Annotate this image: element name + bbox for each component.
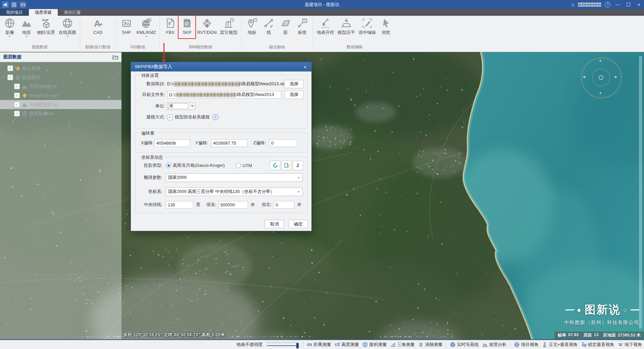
- dialog-title-bar[interactable]: SKP/FBX数据导入 ×: [131, 62, 311, 71]
- minimize-button[interactable]: —: [614, 1, 621, 8]
- coord-system-select[interactable]: 国家2000 高斯三度分带 中央经线135（坐标不含分带）: [166, 188, 303, 196]
- layer-label[interactable]: 标注标绘: [22, 65, 41, 71]
- ribbon-button-SKP[interactable]: SKP: [179, 16, 195, 38]
- modeling-help-icon[interactable]: ?: [212, 114, 218, 120]
- compass-navigation-control[interactable]: ▲ ▼ ◀ ▶: [581, 57, 622, 98]
- ribbon-button-线[interactable]: 线: [260, 16, 277, 38]
- ok-button[interactable]: 确定: [289, 220, 308, 228]
- layer-tree-item-天地图地形.lrc[interactable]: ✓天地图地形.lrc: [0, 100, 121, 109]
- ribbon-button-CAD[interactable]: ACAD: [90, 16, 106, 38]
- bottom-button-地下视角[interactable]: 地下视角: [618, 342, 642, 348]
- unit-select[interactable]: 米: [167, 102, 195, 110]
- y-offset-input[interactable]: 4026087.75: [211, 139, 247, 147]
- layer-label[interactable]: 星图影像.lra: [29, 111, 54, 117]
- maximize-button[interactable]: [625, 1, 632, 8]
- open-folder-button[interactable]: [19, 1, 26, 8]
- map-zoom-slider[interactable]: [639, 56, 642, 329]
- ribbon-button-模型压平[interactable]: 模型压平: [336, 16, 357, 38]
- cancel-button[interactable]: 取消: [265, 220, 284, 228]
- bottom-button-坡度分析[interactable]: 坡度分析: [482, 342, 506, 348]
- x-offset-input[interactable]: 40548608: [154, 139, 190, 147]
- bottom-button-实时等高线[interactable]: 实时等高线: [450, 342, 479, 348]
- ribbon-button-RVT/DGN[interactable]: RVT/DGN: [195, 16, 218, 38]
- chevron-down-icon[interactable]: [145, 36, 148, 37]
- layer-tree-item-不挖洞地形.tif[interactable]: ✓不挖洞地形.tif: [0, 82, 121, 91]
- bottom-button-距离测量[interactable]: 距离测量: [307, 342, 331, 348]
- false-east-input[interactable]: 500000: [218, 201, 248, 209]
- crs-import-file-button[interactable]: [281, 161, 292, 170]
- chevron-down-icon[interactable]: [25, 36, 28, 37]
- compass-center-knob[interactable]: [599, 75, 603, 80]
- save-button[interactable]: [11, 1, 17, 8]
- layer-visibility-checkbox[interactable]: ✓: [7, 65, 13, 71]
- modeling-mode-option[interactable]: 模型按坐标系建模: [175, 114, 210, 120]
- bottom-button-高度测量[interactable]: 高度测量: [335, 342, 359, 348]
- gem-icon[interactable]: ◇: [572, 2, 575, 7]
- crs-search-button[interactable]: E: [270, 161, 280, 170]
- ribbon-button-倾斜/实景[interactable]: 倾斜/实景: [35, 16, 57, 38]
- dialog-close-button[interactable]: ×: [302, 64, 308, 70]
- layer-label[interactable]: 不挖洞地形.tif: [29, 84, 57, 90]
- ribbon-button-FBX[interactable]: FBX: [162, 16, 179, 38]
- layer-label[interactable]: New2014.json: [29, 93, 58, 98]
- gauss-kruger-radio[interactable]: [166, 163, 171, 168]
- gauss-kruger-label[interactable]: 高斯克吕格(Gauss-Kruger): [173, 162, 225, 168]
- ribbon-button-地表开挖[interactable]: 地表开挖: [315, 16, 336, 38]
- folder-icon[interactable]: [112, 55, 118, 60]
- chevron-down-icon[interactable]: [66, 36, 69, 37]
- ribbon-button-在线底图[interactable]: 在线底图: [57, 16, 78, 38]
- surface-opacity-slider[interactable]: [267, 341, 299, 348]
- tree-expander-icon[interactable]: ▾: [2, 75, 6, 79]
- central-meridian-input[interactable]: 135: [166, 201, 193, 209]
- ribbon-button-SHP[interactable]: SHP: [118, 16, 135, 38]
- ribbon-button-地形[interactable]: 地形: [18, 16, 35, 38]
- slider-handle[interactable]: [296, 343, 299, 348]
- bottom-button-面积测量[interactable]: 面积测量: [362, 342, 387, 348]
- utm-radio[interactable]: [236, 163, 241, 168]
- tab-presentation[interactable]: 演示汇报: [58, 9, 87, 16]
- map-viewport[interactable]: ▲ ▼ ◀ ▶ 图层数据 ✓标注标绘▾✓数据图层✓不挖洞地形.tif✓New20…: [0, 52, 644, 340]
- layer-visibility-checkbox[interactable]: ✓: [7, 74, 13, 80]
- modeling-mode-checkbox[interactable]: ✓: [167, 114, 173, 120]
- layer-visibility-checkbox[interactable]: ✓: [14, 93, 20, 98]
- crs-adjust-button[interactable]: [293, 161, 303, 170]
- user-name-censored[interactable]: [578, 2, 601, 7]
- bottom-button-锁定垂直视角[interactable]: 锁定垂直视角: [581, 342, 614, 348]
- pan-left-icon[interactable]: ◀: [583, 75, 585, 79]
- tab-my-projects[interactable]: 我的项目: [0, 9, 29, 16]
- layer-visibility-checkbox[interactable]: ✓: [14, 111, 20, 116]
- bottom-button-三角测量[interactable]: 三角测量: [390, 342, 414, 348]
- tab-scene-building[interactable]: 场景搭建: [29, 9, 58, 16]
- layer-tree-item-标注标绘[interactable]: ✓标注标绘: [0, 64, 121, 73]
- bottom-button-正北+垂直视角[interactable]: 正北+垂直视角: [542, 342, 578, 348]
- layer-label[interactable]: 数据图层: [22, 74, 41, 81]
- browse-data-path-button[interactable]: 选择: [284, 80, 304, 88]
- ribbon-button-选中编辑[interactable]: 选中编辑: [357, 16, 378, 38]
- pan-up-icon[interactable]: ▲: [599, 59, 602, 62]
- ribbon-button-影像[interactable]: 影像: [1, 16, 18, 38]
- ribbon-button-地标[interactable]: T地标: [244, 16, 260, 38]
- layer-visibility-checkbox[interactable]: ✓: [14, 84, 20, 89]
- bottom-button-清除测量[interactable]: 清除测量: [418, 342, 442, 348]
- false-north-input[interactable]: 0: [274, 201, 294, 209]
- layer-tree-item-New2014.json[interactable]: ✓New2014.json: [0, 91, 121, 100]
- layer-tree-item-数据图层[interactable]: ▾✓数据图层: [0, 73, 121, 82]
- ribbon-button-其它模型[interactable]: T其它模型: [218, 16, 239, 38]
- ribbon-button-KML/KMZ[interactable]: KMLKML/KMZ: [135, 16, 158, 38]
- slider-track[interactable]: [267, 345, 299, 346]
- target-folder-input[interactable]: D:\\路易模型\New2013: [167, 91, 281, 99]
- layer-tree-item-星图影像.lra[interactable]: ✓星图影像.lra: [0, 109, 121, 118]
- help-icon[interactable]: ?: [605, 2, 610, 7]
- layer-label[interactable]: 天地图地形.lrc: [29, 102, 58, 108]
- browse-target-folder-button[interactable]: 选择: [284, 91, 304, 99]
- ellipsoid-select[interactable]: 国家2000: [166, 173, 303, 182]
- z-offset-input[interactable]: 0: [269, 139, 297, 147]
- ribbon-button-浏览[interactable]: 浏览: [378, 16, 394, 38]
- unit-dropdown-arrow[interactable]: [189, 103, 195, 110]
- pan-right-icon[interactable]: ▶: [615, 75, 617, 79]
- pan-down-icon[interactable]: ▼: [599, 92, 602, 95]
- bottom-button-项目视角[interactable]: 项目视角: [514, 342, 538, 348]
- ribbon-button-面[interactable]: 面: [277, 16, 294, 38]
- layer-visibility-checkbox[interactable]: ✓: [14, 102, 20, 107]
- close-button[interactable]: ×: [635, 1, 643, 8]
